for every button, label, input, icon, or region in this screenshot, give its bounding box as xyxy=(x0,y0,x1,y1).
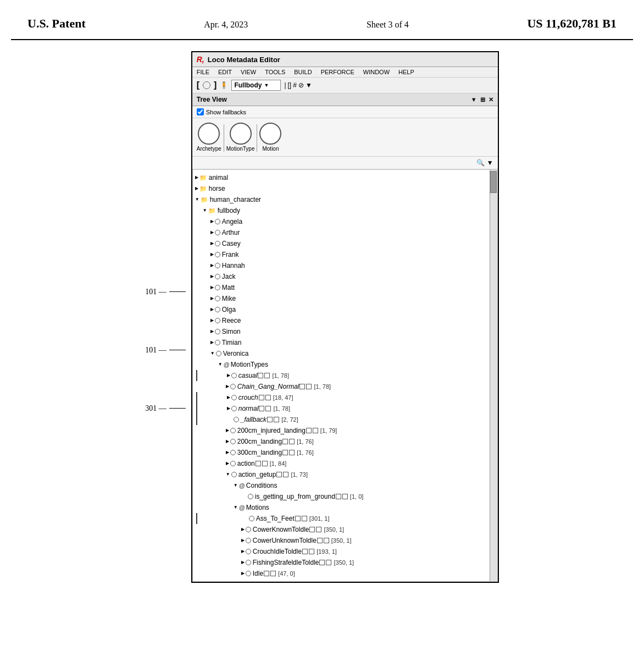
tree-item-conditions[interactable]: @ Conditions xyxy=(195,480,485,491)
annotation-101-bottom: 101 — xyxy=(145,346,186,355)
checkbox-ckt-2[interactable] xyxy=(316,527,321,532)
checkbox-fallback-2[interactable] xyxy=(274,417,279,422)
tree-item-jack[interactable]: Jack xyxy=(195,271,485,282)
checkbox-cit-1[interactable] xyxy=(302,549,308,554)
panel-pin-icon[interactable]: ▼ xyxy=(471,96,477,103)
checkbox-normal-2[interactable] xyxy=(265,406,271,411)
tree-item-horse[interactable]: 📁 horse xyxy=(195,183,485,194)
tree-item-200cm-injured-landing[interactable]: 200cm_injured_landing [1, 79] xyxy=(195,425,485,436)
menu-perforce[interactable]: PERFORCE xyxy=(321,69,354,75)
tree-item-fallback[interactable]: _fallback [2, 72] xyxy=(196,414,485,425)
archetype-button[interactable]: Archetype xyxy=(197,123,221,152)
tree-item-200cm-landing[interactable]: 200cm_landing [1, 76] xyxy=(195,436,485,447)
tree-item-ass-to-feet[interactable]: Ass_To_Feet [301, 1] xyxy=(196,513,485,524)
checkbox-fst-1[interactable] xyxy=(319,560,325,565)
checkbox-cgn-2[interactable] xyxy=(306,384,312,389)
motion-button[interactable]: Motion xyxy=(259,123,281,152)
expand-arrow-fullbody xyxy=(203,207,207,214)
tree-item-animal[interactable]: 📁 animal xyxy=(195,172,485,183)
tree-item-fullbody[interactable]: 📁 fullbody xyxy=(195,205,485,216)
motiontype-button[interactable]: MotionType xyxy=(226,123,255,152)
checkbox-crouch-2[interactable] xyxy=(265,395,271,400)
scrollbar-thumb[interactable] xyxy=(490,171,497,193)
tree-item-normal[interactable]: normal [1, 78] xyxy=(196,403,485,414)
tree-item-action[interactable]: action [1, 84] xyxy=(195,458,485,469)
checkbox-casual-1[interactable] xyxy=(258,373,263,378)
checkbox-ag-2[interactable] xyxy=(283,472,288,477)
tree-item-motiontypes[interactable]: @ MotionTypes xyxy=(195,359,485,370)
tree-item-hannah[interactable]: Hannah xyxy=(195,260,485,271)
checkbox-fst-2[interactable] xyxy=(326,560,331,565)
checkbox-atf-1[interactable] xyxy=(295,516,301,521)
checkbox-idle-1[interactable] xyxy=(264,571,269,576)
tree-item-idle[interactable]: Idle [47, 0] xyxy=(195,568,485,579)
menu-help[interactable]: HELP xyxy=(398,69,414,75)
checkbox-cut-1[interactable] xyxy=(317,538,323,543)
tree-item-casual[interactable]: casual [1, 78] xyxy=(196,370,485,381)
checkbox-200il-2[interactable] xyxy=(313,428,318,433)
tree-item-matt[interactable]: Matt xyxy=(195,282,485,293)
tree-item-simon[interactable]: Simon xyxy=(195,326,485,337)
search-dropdown-icon[interactable]: ▼ xyxy=(487,159,493,167)
checkbox-isgetup-2[interactable] xyxy=(342,494,348,499)
tree-item-fishing-strafeldle-toldle[interactable]: FishingStrafeldleToldle [350, 1] xyxy=(195,557,485,568)
range-200cm-injured-landing: [1, 79] xyxy=(320,426,337,435)
node-circle-cower-known-toldle xyxy=(246,527,251,532)
menu-window[interactable]: WINDOW xyxy=(363,69,390,75)
show-fallbacks-checkbox[interactable] xyxy=(197,108,204,115)
label-olga: Olga xyxy=(222,305,236,315)
tree-item-timian[interactable]: Timian xyxy=(195,337,485,348)
tree-item-chain-gang-normal[interactable]: Chain_Gang_Normal [1, 78] xyxy=(195,381,485,392)
checkbox-300l-2[interactable] xyxy=(289,450,295,455)
tree-item-frank[interactable]: Frank xyxy=(195,249,485,260)
checkbox-action-1[interactable] xyxy=(256,461,261,466)
tree-item-cower-unknown-toldle[interactable]: CowerUnknownToldle [350, 1] xyxy=(195,535,485,546)
annotation-line-bottom xyxy=(169,350,186,350)
fullbody-dropdown[interactable]: Fullbody ▼ xyxy=(231,80,281,91)
checkbox-atf-2[interactable] xyxy=(302,516,307,521)
checkbox-idle-2[interactable] xyxy=(270,571,276,576)
menu-tools[interactable]: TOOLS xyxy=(265,69,285,75)
tree-item-reece[interactable]: Reece xyxy=(195,315,485,326)
tree-item-angela[interactable]: Angela xyxy=(195,216,485,227)
checkbox-cgn-1[interactable] xyxy=(299,384,305,389)
checkbox-crouch-1[interactable] xyxy=(259,395,264,400)
type-separator-1 xyxy=(224,124,224,152)
tree-item-veronica[interactable]: Veronica xyxy=(195,348,485,359)
checkbox-fallback-1[interactable] xyxy=(267,417,273,422)
checkbox-casual-2[interactable] xyxy=(264,373,270,378)
checkbox-200l-1[interactable] xyxy=(282,439,288,444)
checkbox-ckt-1[interactable] xyxy=(309,527,315,532)
checkbox-ag-1[interactable] xyxy=(276,472,282,477)
checkbox-cit-2[interactable] xyxy=(309,549,314,554)
tree-item-olga[interactable]: Olga xyxy=(195,304,485,315)
checkbox-action-2[interactable] xyxy=(262,461,268,466)
checkbox-normal-1[interactable] xyxy=(259,406,264,411)
tree-item-action-getup[interactable]: action_getup [1, 73] xyxy=(195,469,485,480)
search-icon[interactable]: 🔍 xyxy=(476,159,485,167)
tree-item-motions[interactable]: @ Motions xyxy=(195,502,485,513)
tree-item-300cm-landing[interactable]: 300cm_landing [1, 76] xyxy=(195,447,485,458)
tree-item-crouch[interactable]: crouch [18, 47] xyxy=(196,392,485,403)
tree-item-casey[interactable]: Casey xyxy=(195,238,485,249)
tree-item-crouch-idle-toldle[interactable]: CrouchIdleToldle [193, 1] xyxy=(195,546,485,557)
menu-view[interactable]: VIEW xyxy=(241,69,256,75)
menu-build[interactable]: BUILD xyxy=(294,69,312,75)
menu-edit[interactable]: EDIT xyxy=(218,69,232,75)
panel-close-icon[interactable]: ✕ xyxy=(488,96,493,103)
tree-item-is-getting-up-from-ground[interactable]: is_getting_up_from_ground [1, 0] xyxy=(195,491,485,502)
checkbox-200il-1[interactable] xyxy=(306,428,312,433)
tree-item-arthur[interactable]: Arthur xyxy=(195,227,485,238)
tree-item-mike[interactable]: Mike xyxy=(195,293,485,304)
tree-item-cower-known-toldle[interactable]: CowerKnownToldle [350, 1] xyxy=(195,524,485,535)
scrollbar[interactable] xyxy=(490,170,497,581)
tree-container[interactable]: 📁 animal 📁 horse 📁 human_character xyxy=(192,169,498,582)
checkbox-200l-2[interactable] xyxy=(289,439,295,444)
expand-arrow-action xyxy=(226,460,229,467)
checkbox-300l-1[interactable] xyxy=(282,450,288,455)
menu-file[interactable]: FILE xyxy=(197,69,209,75)
checkbox-isgetup-1[interactable] xyxy=(336,494,341,499)
tree-item-human-character[interactable]: 📁 human_character xyxy=(195,194,485,205)
panel-dock-icon[interactable]: ⊞ xyxy=(480,96,485,103)
checkbox-cut-2[interactable] xyxy=(324,538,329,543)
